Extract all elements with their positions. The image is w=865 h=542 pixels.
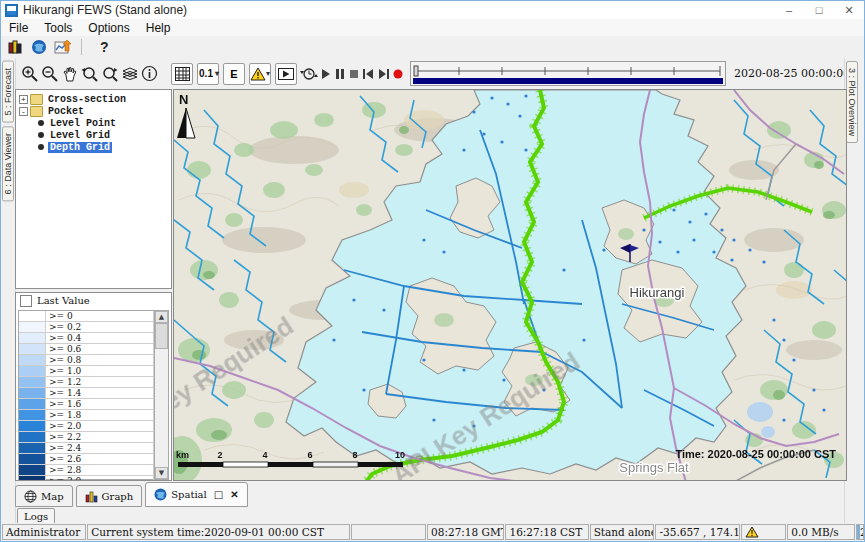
legend-row[interactable]: >= 1.2 — [19, 377, 154, 388]
map-view[interactable]: API Key Required API Key Required N km 2… — [173, 89, 847, 481]
animation-settings-icon[interactable] — [300, 64, 318, 84]
legend-row[interactable]: >= 2.6 — [19, 454, 154, 465]
menu-tools[interactable]: Tools — [36, 21, 80, 35]
legend-row[interactable]: >= 1.8 — [19, 410, 154, 421]
pause-icon[interactable] — [334, 64, 346, 84]
status-coordinates: -35.657 , 174.199 — [655, 524, 739, 540]
map-canvas[interactable]: API Key Required API Key Required N km 2… — [174, 90, 847, 481]
pan-icon[interactable] — [61, 64, 79, 84]
legend-row[interactable]: >= 2.4 — [19, 443, 154, 454]
play-icon[interactable] — [320, 64, 332, 84]
legend-row[interactable]: >= 0.4 — [19, 333, 154, 344]
legend-color-swatch — [19, 410, 46, 420]
tree-node-pocket[interactable]: - Pocket — [16, 105, 171, 117]
scrollbar-thumb[interactable] — [155, 323, 168, 349]
legend-row[interactable]: >= 0 — [19, 311, 154, 322]
scroll-up-icon[interactable]: ▲ — [155, 311, 168, 323]
tab-forecast[interactable]: 5 : Forecast — [2, 61, 14, 123]
time-slider-track[interactable] — [413, 64, 723, 77]
status-transfer-rate: 0.0 MB/s — [787, 524, 855, 540]
tab-maximize-icon[interactable]: □ — [214, 489, 223, 500]
zoom-out-icon[interactable] — [41, 64, 59, 84]
time-slider-handle[interactable] — [414, 66, 418, 76]
map-display-icon[interactable] — [29, 37, 49, 57]
svg-text:km: km — [176, 450, 189, 460]
classification-button[interactable]: E — [223, 63, 245, 85]
tab-data-viewer[interactable]: 6 : Data Viewer — [2, 126, 14, 201]
help-button[interactable]: ? — [100, 39, 109, 55]
zoom-previous-icon[interactable] — [81, 64, 99, 84]
collapse-icon[interactable]: - — [19, 107, 28, 116]
legend-scrollbar[interactable]: ▲ ▼ — [154, 311, 168, 479]
warning-dropdown[interactable]: ▾ — [249, 63, 271, 85]
layers-icon[interactable] — [121, 64, 139, 84]
status-mode: Stand alone — [590, 524, 655, 540]
folder-icon — [30, 106, 43, 117]
legend-row[interactable]: >= 2.0 — [19, 421, 154, 432]
status-local-time: 16:27:18 CST — [505, 524, 588, 540]
scroll-down-icon[interactable]: ▼ — [155, 467, 168, 479]
tree-leaf-depth-grid[interactable]: Depth Grid — [16, 141, 171, 153]
tree-node-label[interactable]: Pocket — [46, 106, 86, 117]
explorer-icon[interactable] — [5, 37, 25, 57]
legend-row-label: >= 1.8 — [46, 410, 154, 420]
tree-node-label[interactable]: Level Point — [48, 118, 118, 129]
step-start-icon[interactable] — [362, 64, 375, 84]
legend-row-label: >= 2.8 — [46, 465, 154, 475]
tab-plot-overview[interactable]: 3 : Plot Overview — [846, 61, 858, 143]
legend-row[interactable]: >= 0.6 — [19, 344, 154, 355]
tab-map[interactable]: Map — [15, 485, 73, 507]
menu-options[interactable]: Options — [80, 21, 137, 35]
map-time-overlay: Time: 2020-08-25 00:00:00 CST — [675, 448, 836, 460]
globe-icon — [154, 488, 167, 501]
legend-row[interactable]: >= 2.2 — [19, 432, 154, 443]
tree-node-label[interactable]: Level Grid — [48, 130, 112, 141]
app-logo-icon — [5, 4, 18, 17]
legend-row[interactable]: >= 3.0 — [19, 476, 154, 481]
legend-row[interactable]: >= 1.0 — [19, 366, 154, 377]
record-icon[interactable] — [392, 64, 404, 84]
legend-row[interactable]: >= 2.8 — [19, 465, 154, 476]
step-end-icon[interactable] — [377, 64, 390, 84]
threshold-dropdown[interactable]: 0.1 ▾ — [197, 63, 219, 85]
tree-node-cross-section[interactable]: + Cross-section — [16, 93, 171, 105]
legend-row-label: >= 2.2 — [46, 432, 154, 442]
status-gmt-time: 08:27:18 GMT — [427, 524, 504, 540]
title-bar: Hikurangi FEWS (Stand alone) – □ ✕ — [1, 1, 864, 20]
status-warning-cell[interactable] — [741, 524, 787, 540]
zoom-in-icon[interactable] — [21, 64, 39, 84]
minimize-button[interactable]: – — [774, 1, 804, 19]
stop-icon[interactable] — [348, 64, 360, 84]
legend-row[interactable]: >= 0.8 — [19, 355, 154, 366]
svg-text:2: 2 — [217, 450, 222, 460]
grid-toggle-button[interactable] — [171, 63, 193, 85]
info-icon[interactable] — [141, 64, 158, 84]
tab-graph[interactable]: Graph — [76, 485, 143, 507]
menu-help[interactable]: Help — [138, 21, 179, 35]
expand-icon[interactable]: + — [19, 95, 28, 104]
legend-row[interactable]: >= 1.4 — [19, 388, 154, 399]
timeseries-display-icon[interactable] — [53, 37, 73, 57]
legend-row[interactable]: >= 1.6 — [19, 399, 154, 410]
status-bar: Administrator Current system time:2020-0… — [1, 523, 864, 541]
tree-node-label[interactable]: Cross-section — [46, 94, 128, 105]
legend-row[interactable]: >= 0.2 — [19, 322, 154, 333]
last-value-checkbox[interactable] — [20, 295, 32, 307]
layers-tree-panel: + Cross-section - Pocket Level Point Lev… — [15, 89, 172, 289]
tree-leaf-level-grid[interactable]: Level Grid — [16, 129, 171, 141]
zoom-next-icon[interactable] — [101, 64, 119, 84]
map-toolbar: 0.1 ▾ E ▾ 2020- — [15, 58, 847, 89]
time-slider[interactable] — [410, 61, 726, 86]
close-button[interactable]: ✕ — [834, 1, 864, 19]
tree-node-label-selected[interactable]: Depth Grid — [48, 142, 112, 153]
maximize-button[interactable]: □ — [804, 1, 834, 19]
tab-graph-label: Graph — [102, 491, 134, 502]
status-memory: 2.5 GB — [856, 524, 864, 540]
legend-row-label: >= 2.0 — [46, 421, 154, 431]
menu-file[interactable]: File — [1, 21, 36, 35]
tree-leaf-level-point[interactable]: Level Point — [16, 117, 171, 129]
tab-spatial[interactable]: Spatial □ ✕ — [145, 482, 247, 507]
legend-color-swatch — [19, 454, 46, 464]
movie-player-button[interactable] — [275, 63, 297, 85]
tab-close-icon[interactable]: ✕ — [230, 489, 238, 500]
